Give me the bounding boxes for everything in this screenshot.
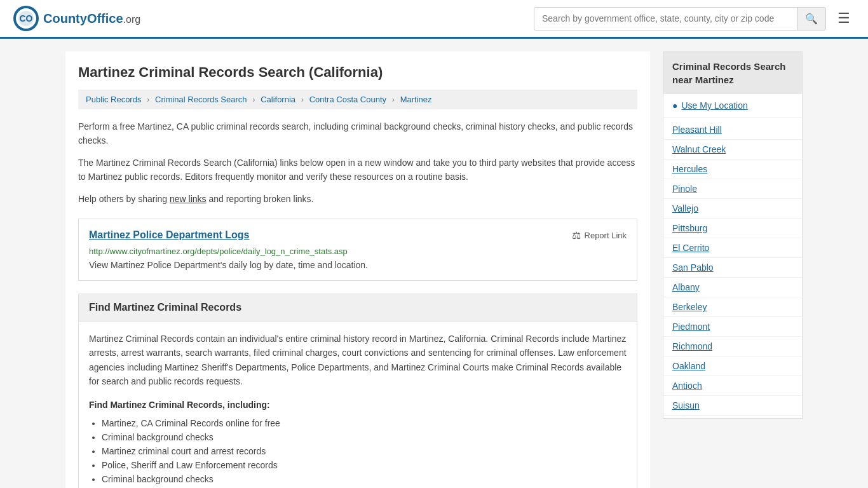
desc-paragraph-1: Perform a free Martinez, CA public crimi…: [78, 119, 637, 148]
list-item: Police, Sheriff and Law Enforcement reco…: [102, 460, 627, 470]
sidebar-city-link[interactable]: El Cerrito: [672, 243, 709, 253]
sidebar-link-item: Antioch: [663, 376, 802, 396]
desc-3-prefix: Help others by sharing: [78, 194, 170, 204]
sidebar-city-link[interactable]: Antioch: [672, 381, 702, 391]
desc-3-suffix: and reporting broken links.: [207, 194, 314, 204]
search-input[interactable]: [534, 8, 797, 29]
sidebar-city-link[interactable]: Albany: [672, 282, 700, 292]
list-item: Criminal background checks: [102, 432, 627, 442]
logo-icon: CO: [13, 5, 39, 32]
breadcrumb-california[interactable]: California: [261, 95, 295, 104]
resource-title[interactable]: Martinez Police Department Logs: [89, 229, 250, 241]
section-body-text: Martinez Criminal Records contain an ind…: [89, 332, 627, 389]
section-heading: Find Martinez Criminal Records: [79, 294, 637, 322]
section-list: Martinez, CA Criminal Records online for…: [89, 418, 627, 484]
sidebar-link-item: Oakland: [663, 356, 802, 376]
breadcrumb-public-records[interactable]: Public Records: [86, 95, 141, 104]
sidebar-link-item: Hercules: [663, 159, 802, 179]
sidebar-link-item: Pittsburg: [663, 219, 802, 238]
breadcrumb-sep-3: ›: [301, 95, 304, 104]
breadcrumb-criminal-records-search[interactable]: Criminal Records Search: [155, 95, 247, 104]
desc-paragraph-3: Help others by sharing new links and rep…: [78, 192, 637, 206]
report-link-button[interactable]: ⚖ Report Link: [572, 229, 627, 241]
find-records-section: Find Martinez Criminal Records Martinez …: [78, 294, 637, 488]
site-header: CO CountyOffice.org 🔍 ☰: [0, 0, 868, 39]
use-location-link[interactable]: Use My Location: [681, 100, 747, 111]
resource-url[interactable]: http://www.cityofmartinez.org/depts/poli…: [89, 247, 627, 256]
sidebar-city-link[interactable]: Suisun: [672, 400, 700, 410]
logo-area[interactable]: CO CountyOffice.org: [13, 5, 140, 32]
breadcrumb-sep-4: ›: [392, 95, 395, 104]
sidebar-title: Criminal Records Search near Martinez: [663, 52, 802, 94]
resource-description: View Martinez Police Department's daily …: [89, 260, 627, 270]
sidebar-city-link[interactable]: Oakland: [672, 361, 705, 371]
section-subheading: Find Martinez Criminal Records, includin…: [89, 398, 627, 412]
sidebar-link-item: San Pablo: [663, 258, 802, 278]
report-link-label: Report Link: [585, 231, 627, 240]
sidebar-city-link[interactable]: Pittsburg: [672, 223, 707, 233]
breadcrumb-sep-1: ›: [147, 95, 149, 104]
page-title: Martinez Criminal Records Search (Califo…: [78, 64, 637, 81]
sidebar-link-item: Walnut Creek: [663, 140, 802, 159]
sidebar-links: Pleasant HillWalnut CreekHerculesPinoleV…: [663, 118, 802, 418]
location-icon: ●: [672, 100, 677, 111]
sidebar-link-item: Albany: [663, 278, 802, 297]
resource-card-header: Martinez Police Department Logs ⚖ Report…: [89, 229, 627, 241]
sidebar: Criminal Records Search near Martinez ● …: [663, 51, 803, 488]
sidebar-city-link[interactable]: San Pablo: [672, 262, 714, 273]
list-item: Martinez criminal court and arrest recor…: [102, 446, 627, 456]
use-my-location[interactable]: ● Use My Location: [663, 94, 802, 118]
sidebar-link-item: Pleasant Hill: [663, 120, 802, 140]
main-container: Martinez Criminal Records Search (Califo…: [53, 39, 815, 488]
sidebar-city-link[interactable]: Berkeley: [672, 302, 707, 312]
content-area: Martinez Criminal Records Search (Califo…: [65, 51, 650, 488]
report-icon: ⚖: [572, 229, 581, 241]
list-item: Criminal background checks: [102, 474, 627, 484]
breadcrumb-martinez[interactable]: Martinez: [400, 95, 432, 104]
header-right: 🔍 ☰: [534, 7, 855, 30]
sidebar-card: Criminal Records Search near Martinez ● …: [663, 51, 803, 419]
sidebar-link-item: Berkeley: [663, 297, 802, 317]
svg-text:CO: CO: [20, 13, 33, 24]
sidebar-city-link[interactable]: Pinole: [672, 184, 697, 194]
search-icon: 🔍: [805, 13, 818, 24]
list-item: Martinez, CA Criminal Records online for…: [102, 418, 627, 428]
search-bar: 🔍: [534, 7, 826, 30]
section-body: Martinez Criminal Records contain an ind…: [79, 322, 637, 488]
sidebar-city-link[interactable]: Piedmont: [672, 322, 710, 332]
sidebar-link-item: Suisun: [663, 396, 802, 416]
search-button[interactable]: 🔍: [797, 8, 825, 30]
sidebar-link-item: Piedmont: [663, 317, 802, 337]
sidebar-link-item: Pinole: [663, 179, 802, 199]
resource-card: Martinez Police Department Logs ⚖ Report…: [78, 219, 637, 281]
menu-icon[interactable]: ☰: [832, 8, 855, 29]
page-description: Perform a free Martinez, CA public crimi…: [78, 119, 637, 206]
sidebar-link-item: Richmond: [663, 337, 802, 356]
sidebar-city-link[interactable]: Hercules: [672, 164, 707, 174]
sidebar-city-link[interactable]: Walnut Creek: [672, 144, 726, 154]
new-links-link[interactable]: new links: [170, 194, 207, 204]
sidebar-city-link[interactable]: Pleasant Hill: [672, 125, 722, 135]
breadcrumb-sep-2: ›: [252, 95, 255, 104]
sidebar-link-item: Vallejo: [663, 199, 802, 219]
breadcrumb-contra-costa[interactable]: Contra Costa County: [309, 95, 386, 104]
sidebar-city-link[interactable]: Richmond: [672, 341, 712, 351]
sidebar-link-item: El Cerrito: [663, 238, 802, 258]
breadcrumb: Public Records › Criminal Records Search…: [78, 90, 637, 109]
sidebar-city-link[interactable]: Vallejo: [672, 203, 698, 214]
desc-paragraph-2: The Martinez Criminal Records Search (Ca…: [78, 156, 637, 184]
logo-text: CountyOffice.org: [43, 11, 140, 26]
